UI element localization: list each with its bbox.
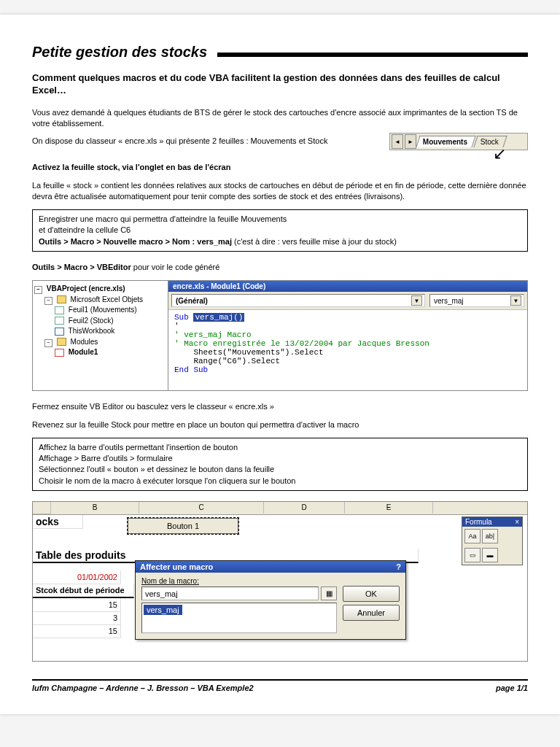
- tab-stock[interactable]: Stock: [474, 136, 508, 147]
- macro-list-item[interactable]: vers_maj: [144, 605, 182, 615]
- forms-toolbar-title[interactable]: Formula ×: [462, 517, 522, 527]
- title-rule: [217, 53, 528, 57]
- column-header-c[interactable]: C: [139, 502, 264, 514]
- box2-line3: Sélectionnez l'outil « bouton » et dessi…: [39, 464, 521, 475]
- close-icon[interactable]: ×: [515, 518, 519, 526]
- cell-date: 01/01/2002: [33, 570, 121, 584]
- row-label-stock-debut: Stcok début de période: [33, 584, 134, 598]
- excel-cells[interactable]: ocks Bouton 1 Formula × Aa ab| ▭ ▬: [33, 515, 527, 661]
- page-footer: Iufm Champagne – Ardenne – J. Bresson – …: [32, 679, 528, 692]
- footer-right: page 1/1: [496, 684, 528, 692]
- code-window-title: encre.xls - Module1 (Code): [168, 281, 527, 292]
- tree-project[interactable]: − VBAProject (encre.xls): [34, 284, 166, 295]
- help-icon[interactable]: ?: [396, 562, 401, 571]
- cell-v3: 15: [33, 624, 121, 638]
- cancel-button[interactable]: Annuler: [343, 605, 400, 621]
- tree-folder-objects[interactable]: − Microsoft Excel Objets: [34, 295, 166, 306]
- box1-line2: et d'atteindre la cellule C6: [39, 225, 521, 236]
- module-icon: [55, 349, 64, 357]
- box1-line3: Outils > Macro > Nouvelle macro > Nom : …: [39, 236, 521, 247]
- paragraph-close-editor: Fermez ensuite VB Editor ou basculez ver…: [32, 401, 528, 412]
- sheet-tabs-bar: ◄ ► Mouvements Stock: [389, 133, 528, 150]
- tree-collapse-icon[interactable]: −: [44, 297, 52, 305]
- sheet-tabs-figure: ◄ ► Mouvements Stock ↙: [389, 133, 528, 158]
- procedure-dropdown[interactable]: vers_maj ▼: [429, 294, 524, 307]
- tab-nav-next-icon[interactable]: ►: [405, 134, 416, 149]
- page-subtitle: Comment quelques macros et du code VBA f…: [32, 72, 528, 97]
- tree-module1[interactable]: Module1: [34, 347, 166, 358]
- tree-sheet2[interactable]: Feuil2 (Stock): [34, 316, 166, 327]
- column-header-d[interactable]: D: [264, 502, 345, 514]
- ok-button[interactable]: OK: [343, 586, 400, 602]
- excel-grid: ocks Bouton 1 Formula × Aa ab| ▭ ▬: [33, 515, 527, 661]
- toolbar-button-icon[interactable]: ▬: [482, 548, 498, 562]
- column-header-b[interactable]: B: [51, 502, 139, 514]
- chevron-down-icon[interactable]: ▼: [510, 295, 521, 306]
- toolbar-label-icon[interactable]: Aa: [464, 529, 481, 543]
- range-picker-icon[interactable]: ▦: [321, 587, 337, 600]
- page-title: Petite gestion des stocks: [32, 44, 207, 61]
- chevron-down-icon[interactable]: ▼: [411, 295, 422, 306]
- instruction-heading-2: Outils > Macro > VBEditor pour voir le c…: [32, 262, 528, 273]
- toolbar-groupbox-icon[interactable]: ▭: [464, 548, 481, 562]
- vb-editor-figure: − VBAProject (encre.xls) − Microsoft Exc…: [32, 280, 528, 391]
- intro-paragraph-1: Vous avez demandé à quelques étudiants d…: [32, 107, 528, 129]
- box1-line1: Enregistrer une macro qui permettra d'at…: [39, 214, 521, 225]
- workbook-icon: [55, 328, 64, 336]
- cell-v2: 3: [33, 611, 121, 625]
- annotation-arrow-icon: ↙: [389, 150, 528, 158]
- object-dropdown[interactable]: (Général) ▼: [171, 294, 425, 307]
- title-row: Petite gestion des stocks: [32, 44, 528, 65]
- instruction-heading-1: Activez la feuille stock, via l'onglet e…: [32, 162, 528, 173]
- worksheet-icon: [55, 317, 64, 325]
- tree-folder-modules[interactable]: − Modules: [34, 337, 166, 348]
- excel-column-headers: B C D E: [33, 502, 527, 515]
- tab-mouvements[interactable]: Mouvements: [416, 136, 475, 147]
- box2-line4: Choisir le nom de la macro à exécuter lo…: [39, 476, 521, 487]
- macro-name-input[interactable]: [141, 587, 319, 600]
- folder-icon: [57, 295, 66, 303]
- box2-line1: Affichez la barre d'outils permettant l'…: [39, 442, 521, 453]
- paragraph-stock-desc: La feuille « stock » contient les donnée…: [32, 180, 528, 202]
- instruction-box-2: Affichez la barre d'outils permettant l'…: [32, 438, 528, 492]
- select-all-corner[interactable]: [33, 502, 51, 514]
- forms-toolbar[interactable]: Formula × Aa ab| ▭ ▬: [462, 516, 523, 565]
- code-dropdown-row: (Général) ▼ vers_maj ▼: [168, 292, 527, 310]
- tree-collapse-icon[interactable]: −: [34, 286, 42, 294]
- paragraph-return-stock: Revenez sur la feuille Stock pour mettre…: [32, 419, 528, 430]
- footer-left: Iufm Champagne – Ardenne – J. Bresson – …: [32, 684, 254, 692]
- cell-v1: 15: [33, 598, 121, 612]
- macro-name-label: Nom de la macro:: [141, 577, 337, 585]
- instruction-box-1: Enregistrer une macro qui permettra d'at…: [32, 209, 528, 252]
- cell-title-frag: ocks: [33, 515, 83, 529]
- box2-line2: Affichage > Barre d'outils > formulaire: [39, 453, 521, 464]
- tab-nav-prev-icon[interactable]: ◄: [392, 134, 403, 149]
- tree-sheet1[interactable]: Feuil1 (Mouvements): [34, 305, 166, 316]
- code-text[interactable]: Sub vers_maj() ' ' vers_maj Macro ' Macr…: [168, 310, 527, 390]
- tree-collapse-icon[interactable]: −: [44, 339, 52, 347]
- vb-code-pane: encre.xls - Module1 (Code) (Général) ▼ v…: [168, 281, 527, 390]
- tree-thisworkbook[interactable]: ThisWorkbook: [34, 326, 166, 337]
- column-header-e[interactable]: E: [345, 502, 433, 514]
- dialog-titlebar[interactable]: Affecter une macro ?: [136, 561, 405, 573]
- worksheet-icon: [55, 306, 64, 314]
- excel-figure: B C D E ocks Bouton 1 Formula × Aa ab: [32, 501, 528, 662]
- folder-icon: [57, 338, 66, 346]
- document-page: Petite gestion des stocks Comment quelqu…: [0, 15, 560, 714]
- form-button-1[interactable]: Bouton 1: [128, 518, 238, 534]
- assign-macro-dialog: Affecter une macro ? Nom de la macro: ▦ …: [135, 560, 406, 640]
- vb-project-explorer: − VBAProject (encre.xls) − Microsoft Exc…: [33, 281, 168, 390]
- toolbar-editbox-icon[interactable]: ab|: [482, 529, 498, 543]
- macro-list[interactable]: vers_maj: [141, 603, 337, 633]
